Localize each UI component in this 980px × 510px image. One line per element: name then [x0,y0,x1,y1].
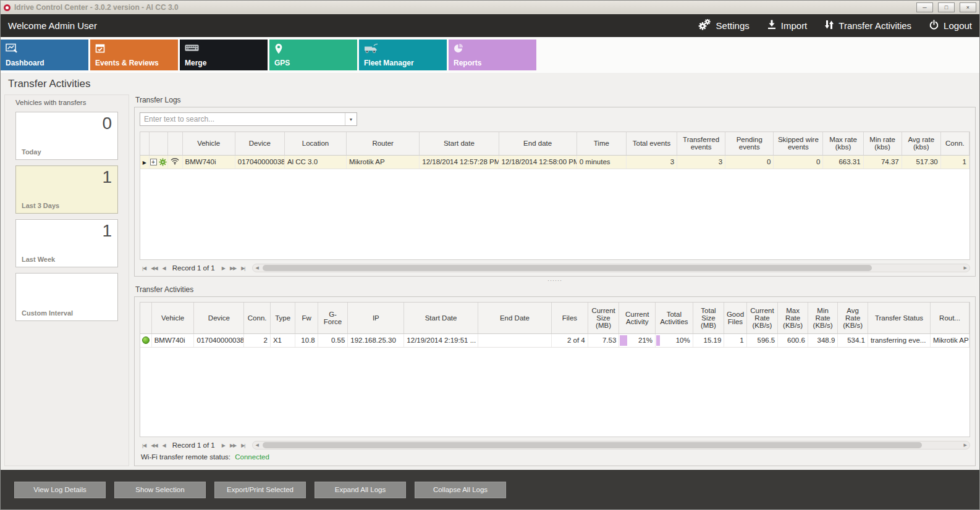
panel-splitter[interactable]: ······ [134,277,976,284]
pager-prev-page-button[interactable]: ◀◀ [148,265,159,271]
act-col-router[interactable]: Rout... [931,303,969,333]
card-value: 1 [102,167,112,187]
pager-next-page-button[interactable]: ▶▶ [227,443,239,448]
expand-plus-icon[interactable]: + [150,159,157,165]
pager-last-button[interactable]: ▶| [239,443,247,448]
wifi-status-label: Wi-Fi transfer remote status: [141,453,230,461]
logs-horizontal-scrollbar[interactable]: ◀ ▶ [252,264,970,272]
import-label: Import [781,20,808,31]
tile-reports[interactable]: Reports [449,40,536,70]
cell-max-rate: 663.31 [823,155,863,169]
act-col-transfer-status[interactable]: Transfer Status [868,303,930,333]
cell-avg-rate: 517.30 [902,155,940,169]
logs-col-conn[interactable]: Conn. [940,132,969,155]
logs-col-end-date[interactable]: End date [499,132,577,155]
logs-col-transferred-events[interactable]: Transferred events [677,132,725,155]
logs-scrollbar-thumb[interactable] [263,265,872,271]
activities-table-row[interactable]: BMW740i 017040000038 2 X1 10.8 0.55 192.… [140,333,969,347]
scroll-right-icon[interactable]: ▶ [961,443,969,448]
cell-location: Al CC 3.0 [284,155,346,169]
scroll-left-icon[interactable]: ◀ [253,443,261,448]
collapse-all-logs-button[interactable]: Collapse All Logs [415,482,506,498]
show-selection-button[interactable]: Show Selection [114,482,206,498]
logs-col-max-rate[interactable]: Max rate (kbs) [823,132,863,155]
logout-button[interactable]: Logout [929,20,972,32]
app-logo-icon [4,4,11,11]
pager-prev-button[interactable]: ◀ [160,265,168,271]
tile-dashboard[interactable]: Dashboard [1,40,88,70]
act-col-ip[interactable]: IP [348,303,404,333]
card-label: Custom Interval [22,309,73,317]
pager-last-button[interactable]: ▶| [239,265,247,271]
card-last-week[interactable]: 1 Last Week [15,219,118,267]
settings-button[interactable]: Settings [698,19,750,32]
scroll-left-icon[interactable]: ◀ [253,265,261,270]
tile-merge[interactable]: Merge [180,40,268,70]
expand-all-logs-button[interactable]: Expand All Logs [315,482,406,498]
pager-first-button[interactable]: |◀ [140,443,148,448]
logs-col-router[interactable]: Router [347,132,420,155]
pager-next-button[interactable]: ▶ [219,265,227,271]
act-col-type[interactable]: Type [270,303,295,333]
logs-col-start-date[interactable]: Start date [420,132,499,155]
tile-fleet-manager[interactable]: Fleet Manager [359,40,447,70]
search-input[interactable] [140,115,345,123]
logs-col-location[interactable]: Location [284,132,346,155]
import-button[interactable]: Import [767,20,808,31]
logs-table-row[interactable]: ▶ + BMW740i 017040000038 Al CC 3.0 [140,155,969,169]
search-dropdown-button[interactable]: ▼ [345,113,357,125]
export-print-selected-button[interactable]: Export/Print Selected [214,482,306,498]
act-col-files[interactable]: Files [552,303,588,333]
card-last-3-days[interactable]: 1 Last 3 Days [15,165,118,214]
pager-first-button[interactable]: |◀ [140,265,148,271]
activities-horizontal-scrollbar[interactable]: ◀ ▶ [252,441,970,449]
logs-col-min-rate[interactable]: Min rate (kbs) [863,132,902,155]
tile-gps[interactable]: GPS [269,40,357,70]
gears-icon [698,19,712,32]
transfer-logs-title: Transfer Logs [134,94,976,107]
act-col-end-date[interactable]: End Date [478,303,551,333]
pager-prev-button[interactable]: ◀ [160,443,168,448]
card-custom-interval[interactable]: Custom Interval [15,273,118,321]
act-col-fw[interactable]: Fw [295,303,318,333]
module-tiles: Dashboard Events & Reviews Merge GPS Fle… [1,37,979,73]
logs-col-device[interactable]: Device [235,132,284,155]
act-col-max-rate[interactable]: Max Rate (KB/s) [778,303,808,333]
card-label: Last 3 Days [22,202,59,209]
row-focus-arrow-icon: ▶ [143,160,146,165]
act-col-current-rate[interactable]: Current Rate (KB/s) [746,303,778,333]
pager-next-button[interactable]: ▶ [219,443,227,448]
act-col-current-activity[interactable]: Current Activity [619,303,656,333]
act-col-start-date[interactable]: Start Date [404,303,478,333]
tile-events-reviews[interactable]: Events & Reviews [90,40,178,70]
card-today[interactable]: 0 Today [15,112,118,160]
act-col-good-files[interactable]: Good Files [724,303,746,333]
act-col-avg-rate[interactable]: Avg Rate (KB/s) [838,303,868,333]
act-col-gforce[interactable]: G-Force [318,303,348,333]
logs-col-skipped-wire-events[interactable]: Skipped wire events [774,132,823,155]
logs-col-avg-rate[interactable]: Avg rate (kbs) [902,132,940,155]
welcome-text: Welcome Admin User [8,20,97,31]
logs-col-time[interactable]: Time [577,132,626,155]
act-col-conn[interactable]: Conn. [244,303,270,333]
activities-scrollbar-thumb[interactable] [263,442,922,448]
logs-col-pending-events[interactable]: Pending events [725,132,774,155]
act-col-total-size[interactable]: Total Size (MB) [693,303,724,333]
transfer-activities-button[interactable]: Transfer Activities [824,20,911,31]
maximize-button[interactable]: □ [938,2,955,12]
pager-next-page-button[interactable]: ▶▶ [227,265,239,271]
view-log-details-button[interactable]: View Log Details [14,482,106,498]
act-col-device[interactable]: Device [194,303,244,333]
activities-header-row: Vehicle Device Conn. Type Fw G-Force IP … [140,303,969,333]
act-col-total-activities[interactable]: Total Activities [656,303,693,333]
logs-col-vehicle[interactable]: Vehicle [182,132,235,155]
act-col-min-rate[interactable]: Min Rate (KB/s) [808,303,838,333]
settings-label: Settings [716,20,750,31]
logs-col-total-events[interactable]: Total events [626,132,677,155]
scroll-right-icon[interactable]: ▶ [961,265,969,270]
act-col-vehicle[interactable]: Vehicle [151,303,194,333]
pager-prev-page-button[interactable]: ◀◀ [148,443,159,448]
act-col-current-size[interactable]: Current Size (MB) [588,303,619,333]
minimize-button[interactable]: ─ [916,2,933,12]
close-button[interactable]: × [960,2,976,12]
